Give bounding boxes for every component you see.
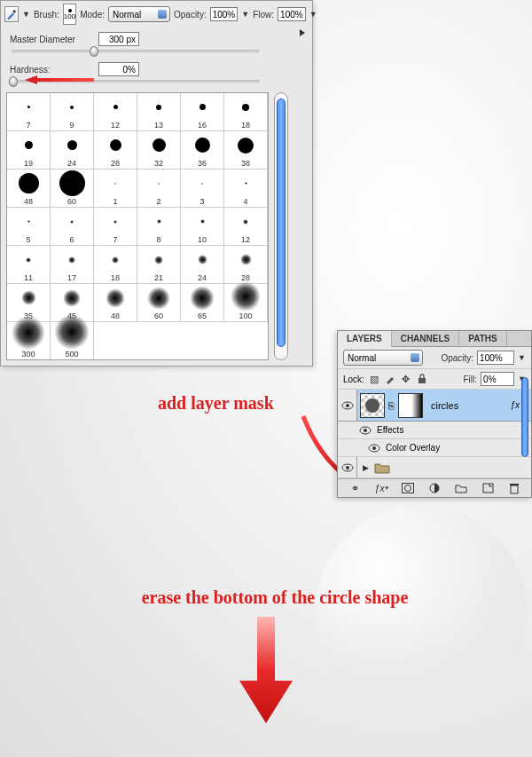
brush-preset[interactable]: 18 xyxy=(224,93,268,131)
flow-input[interactable]: 100% xyxy=(278,7,306,21)
opacity-input[interactable]: 100% xyxy=(210,7,239,21)
brush-preset[interactable]: 7 xyxy=(7,93,51,131)
brush-preset[interactable]: 10 xyxy=(181,208,224,246)
brush-preset[interactable]: 60 xyxy=(51,170,94,208)
layer-group-row[interactable]: ▶ xyxy=(338,457,531,478)
brush-preset[interactable]: 300 xyxy=(7,322,51,360)
brush-preset[interactable]: 6 xyxy=(51,208,94,246)
brush-preset[interactable]: 32 xyxy=(137,131,181,170)
brush-preset[interactable]: 24 xyxy=(51,131,94,170)
fx-indicator[interactable]: ƒx xyxy=(510,400,520,410)
brush-preset[interactable]: 28 xyxy=(94,131,137,170)
tab-channels[interactable]: CHANNELS xyxy=(392,331,460,346)
lock-position-icon[interactable]: ✥ xyxy=(400,373,412,385)
flow-dropdown-icon[interactable]: ▼ xyxy=(309,10,317,19)
brush-preset[interactable]: 28 xyxy=(224,246,268,284)
brush-label: Brush: xyxy=(34,10,59,20)
layer-opacity-input[interactable]: 100% xyxy=(477,351,514,365)
effect-item-row[interactable]: Color Overlay xyxy=(338,439,531,457)
brush-size-label: 32 xyxy=(154,159,163,168)
panel-menu-icon[interactable] xyxy=(300,29,305,36)
brush-size-label: 9 xyxy=(69,121,74,130)
new-group-icon[interactable] xyxy=(455,482,467,494)
adjustment-layer-icon[interactable] xyxy=(428,482,441,494)
layers-scrollbar[interactable] xyxy=(521,377,528,457)
master-diameter-slider[interactable] xyxy=(12,50,260,53)
brush-preset[interactable]: 18 xyxy=(94,246,137,284)
brush-preset[interactable]: 1 xyxy=(94,170,137,208)
layer-opacity-dropdown-icon[interactable]: ▼ xyxy=(518,353,526,362)
brush-size-label: 18 xyxy=(111,273,120,282)
svg-rect-16 xyxy=(511,485,518,493)
effects-row[interactable]: Effects xyxy=(338,422,531,439)
brush-tool-icon[interactable] xyxy=(4,6,19,22)
brush-preset[interactable]: 17 xyxy=(51,246,94,284)
brush-scrollbar[interactable] xyxy=(274,92,288,360)
brush-preset[interactable]: 48 xyxy=(7,170,51,208)
tab-layers[interactable]: LAYERS xyxy=(338,331,392,347)
lock-all-icon[interactable] xyxy=(416,373,428,385)
lock-pixels-icon[interactable] xyxy=(384,373,396,385)
brush-size-label: 65 xyxy=(198,311,207,320)
brush-preset[interactable]: 12 xyxy=(94,93,137,131)
tab-paths[interactable]: PATHS xyxy=(459,331,506,346)
brush-preset[interactable]: 500 xyxy=(51,322,94,360)
hardness-row: Hardness: 0% xyxy=(10,62,309,76)
master-diameter-input[interactable]: 300 px xyxy=(98,32,139,46)
blend-mode-select[interactable]: Normal xyxy=(108,6,170,22)
brush-preset[interactable]: 7 xyxy=(94,208,137,246)
brush-size-label: 28 xyxy=(111,159,120,168)
scrollbar-thumb[interactable] xyxy=(277,99,286,347)
visibility-toggle[interactable] xyxy=(338,390,357,421)
brush-preset[interactable]: 8 xyxy=(137,208,181,246)
brush-preset-preview[interactable]: 100 xyxy=(63,4,76,25)
svg-marker-1 xyxy=(25,75,94,84)
brush-preset[interactable]: 100 xyxy=(224,284,268,322)
brush-preset[interactable]: 36 xyxy=(181,131,224,170)
brush-preset[interactable]: 2 xyxy=(137,170,181,208)
brush-preset[interactable]: 4 xyxy=(224,170,268,208)
brush-preset[interactable]: 16 xyxy=(181,93,224,131)
svg-point-7 xyxy=(364,429,367,432)
visibility-toggle[interactable] xyxy=(338,457,357,477)
tool-dropdown-icon[interactable]: ▼ xyxy=(22,10,30,19)
lock-transparent-icon[interactable]: ▧ xyxy=(368,373,380,385)
brush-size-label: 7 xyxy=(113,235,117,244)
link-layers-icon[interactable]: ⚭ xyxy=(348,482,361,494)
svg-rect-17 xyxy=(510,484,519,485)
brush-size-label: 18 xyxy=(241,121,250,130)
annotation-arrow-hardness xyxy=(25,75,94,84)
delete-layer-icon[interactable] xyxy=(508,482,520,494)
new-layer-icon[interactable] xyxy=(481,482,494,494)
annotation-erase: erase the bottom of the circle shape xyxy=(106,587,443,608)
brush-preset[interactable]: 12 xyxy=(224,208,268,246)
layer-thumbnail[interactable] xyxy=(360,393,385,418)
brush-size-label: 38 xyxy=(241,159,250,168)
master-diameter-thumb[interactable] xyxy=(90,46,98,57)
brush-preset[interactable]: 19 xyxy=(7,131,51,170)
brush-preset[interactable]: 48 xyxy=(94,284,137,322)
brush-preset[interactable]: 13 xyxy=(137,93,181,131)
layer-row-circles[interactable]: ⎘ circles ƒx ▾ xyxy=(338,390,531,422)
add-mask-button[interactable] xyxy=(402,482,414,494)
brush-preset[interactable]: 11 xyxy=(7,246,51,284)
fill-input[interactable]: 0% xyxy=(481,372,514,386)
opacity-value: 100% xyxy=(213,10,236,20)
brush-preset[interactable]: 60 xyxy=(137,284,181,322)
layer-mask-thumbnail[interactable] xyxy=(398,393,423,418)
hardness-input[interactable]: 0% xyxy=(98,62,139,76)
annotation-add-mask: add layer mask xyxy=(158,393,274,414)
brush-preset[interactable]: 24 xyxy=(181,246,224,284)
brush-preset[interactable]: 65 xyxy=(181,284,224,322)
fx-button[interactable]: ƒx▾ xyxy=(375,482,387,494)
folder-icon xyxy=(374,461,390,474)
brush-preset[interactable]: 38 xyxy=(224,131,268,170)
brush-preset[interactable]: 9 xyxy=(51,93,94,131)
opacity-dropdown-icon[interactable]: ▼ xyxy=(241,10,249,19)
layer-blend-select[interactable]: Normal xyxy=(343,350,423,366)
brush-preset[interactable]: 5 xyxy=(7,208,51,246)
brush-preset[interactable]: 21 xyxy=(137,246,181,284)
group-toggle-icon[interactable]: ▶ xyxy=(363,463,369,472)
brush-preset[interactable]: 3 xyxy=(181,170,224,208)
hardness-thumb[interactable] xyxy=(9,76,18,87)
